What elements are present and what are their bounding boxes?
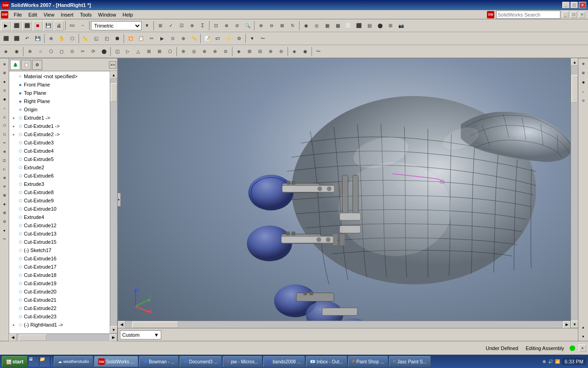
tb-grid[interactable]: ⊞ — [155, 21, 165, 31]
tree-item-cut-extrude2[interactable]: ▸ ⬡ Cut-Extrude2 -> — [9, 130, 110, 138]
menu-edit[interactable]: Edit — [26, 12, 40, 18]
tb2-move[interactable]: ✋ — [57, 34, 67, 44]
vscroll-down-btn[interactable]: ▼ — [571, 321, 578, 328]
tree-item-front-plane[interactable]: ◈ Front Plane — [9, 80, 110, 89]
tree-item-cut-extrude13[interactable]: ⬡ Cut-Extrude13 — [9, 230, 110, 238]
tree-item-cut-extrude22[interactable]: ⬡ Cut-Extrude22 — [9, 304, 110, 312]
close-sw-button[interactable]: × — [579, 12, 585, 18]
menu-help[interactable]: Help — [120, 12, 136, 18]
tb3-28[interactable]: ◉ — [300, 46, 310, 57]
left-icon-5[interactable]: ◉ — [0, 95, 9, 104]
taskbar-jasc[interactable]: P Jasc Paint S... — [389, 356, 431, 367]
tb3-12[interactable]: ▷ — [123, 46, 133, 57]
quicklaunch-2[interactable]: 📁 — [40, 356, 50, 367]
right-panel-btn1[interactable]: ⊕ — [579, 60, 588, 68]
tb-section[interactable]: ⊞ — [385, 21, 396, 31]
tb-view3[interactable]: ⊘ — [232, 21, 242, 31]
tb-camera[interactable]: 📷 — [396, 21, 406, 31]
tb3-25[interactable]: ⊕ — [266, 46, 276, 57]
tree-item-cut-extrude23[interactable]: ⬡ Cut-Extrude23 — [9, 312, 110, 321]
tb2-cust[interactable]: ⚙ — [234, 34, 244, 44]
menu-window[interactable]: Window — [96, 12, 119, 18]
tb2-2[interactable]: ⬛ — [11, 34, 22, 44]
tb2-note[interactable]: 📝 — [202, 34, 212, 44]
tb3-16[interactable]: ⬡ — [165, 46, 175, 57]
tray-icon-3[interactable]: 📶 — [555, 359, 560, 364]
start-button[interactable]: 🪟 start — [2, 356, 28, 367]
tb3-22[interactable]: ◈ — [234, 46, 244, 57]
tree-item-cut-extrude12[interactable]: ⬡ Cut-Extrude12 — [9, 221, 110, 230]
left-icon-11[interactable]: ⊕ — [0, 148, 9, 156]
left-icon-18[interactable]: ⊞ — [0, 209, 9, 217]
view-selector[interactable]: Trimetric Isometric Front — [91, 21, 141, 30]
tb3-29[interactable]: 〜 — [313, 46, 323, 57]
hscroll-track[interactable] — [17, 334, 110, 341]
menu-insert[interactable]: Insert — [58, 12, 76, 18]
tb3-5[interactable]: ⬡ — [46, 46, 56, 57]
hscroll-viewport-track[interactable] — [125, 321, 563, 328]
tb3-7[interactable]: ⊙ — [67, 46, 77, 57]
vscroll-viewport-track[interactable] — [571, 66, 578, 321]
left-icon-14[interactable]: ⊗ — [0, 174, 9, 182]
tb-sum[interactable]: Σ — [198, 21, 208, 31]
tree-item-cut-extrude15[interactable]: ⬡ Cut-Extrude15 — [9, 238, 110, 246]
tb2-curv[interactable]: 〜 — [258, 34, 268, 44]
tb3-13[interactable]: △ — [133, 46, 143, 57]
tb3-11[interactable]: ◫ — [112, 46, 122, 57]
tb-display5[interactable]: ⬜ — [343, 21, 353, 31]
tb2-save[interactable]: 💾 — [33, 34, 43, 44]
close-status-btn[interactable]: × — [579, 345, 586, 352]
tb3-15[interactable]: ⊠ — [154, 46, 164, 57]
scroll-down-button[interactable]: ▼ — [110, 326, 118, 334]
maximize-button[interactable]: □ — [571, 2, 578, 8]
tb-display4[interactable]: ▩ — [333, 21, 343, 31]
restore-sw-button[interactable]: □ — [571, 12, 577, 18]
minimize-button[interactable]: _ — [562, 2, 570, 8]
left-icon-10[interactable]: ✂ — [0, 139, 9, 147]
tb-view4[interactable]: 🔍 — [243, 21, 253, 31]
tb-zoom-fit[interactable]: ⊠ — [277, 21, 287, 31]
tree-item-material[interactable]: ≡ Material <not specified> — [9, 72, 110, 80]
tb3-4[interactable]: ○ — [35, 46, 45, 57]
tb2-smart[interactable]: 📐 — [80, 34, 90, 44]
tb2-anot[interactable]: 🏷 — [213, 34, 223, 44]
taskbar-bowman[interactable]: W Bowman - ... — [139, 356, 179, 367]
hscroll-right-btn[interactable]: ▶ — [563, 321, 571, 328]
tb3-21[interactable]: ⊘ — [220, 46, 231, 57]
tb2-bom[interactable]: 📋 — [136, 34, 146, 44]
tb3-14[interactable]: ⊞ — [144, 46, 154, 57]
left-icon-2[interactable]: ⊞ — [0, 69, 9, 77]
tree-item-righthand1[interactable]: ▸ ⬡ (-) RightHand1 -> — [9, 321, 110, 329]
vscroll-up-btn[interactable]: ▲ — [571, 58, 578, 66]
left-icon-6[interactable]: ○ — [0, 104, 9, 112]
left-icon-7[interactable]: △ — [0, 113, 9, 121]
tb-rotate[interactable]: ↻ — [288, 21, 298, 31]
tb2-undo[interactable]: ↶ — [22, 34, 32, 44]
left-icon-3[interactable]: ◈ — [0, 78, 9, 86]
left-icon-12[interactable]: ◫ — [0, 156, 9, 165]
tb3-18[interactable]: ◎ — [189, 46, 199, 57]
tb3-24[interactable]: ⊟ — [255, 46, 265, 57]
tb-display2[interactable]: ◎ — [311, 21, 322, 31]
left-icon-20[interactable]: ▼ — [0, 226, 9, 235]
tree-item-extrude3[interactable]: ⬡ Extrude3 — [9, 180, 110, 188]
tb-zoom-in[interactable]: ⊕ — [256, 21, 266, 31]
tree-item-extrude1[interactable]: ▸ ⬡ Extrude1 -> — [9, 114, 110, 122]
tb3-20[interactable]: ⊕ — [210, 46, 220, 57]
tree-item-cut-extrude17[interactable]: ⬡ Cut-Extrude17 — [9, 263, 110, 271]
tb-display1[interactable]: ◉ — [301, 21, 311, 31]
stop-button[interactable]: ⬛ — [11, 21, 22, 31]
tree-item-cut-extrude9[interactable]: ⬡ Cut-Extrude9 — [9, 196, 110, 205]
stop2-button[interactable]: ⬛ — [22, 21, 32, 31]
scroll-track[interactable] — [110, 79, 118, 326]
tb3-10[interactable]: ⬤ — [99, 46, 109, 57]
tb-view1[interactable]: ⊡ — [211, 21, 221, 31]
tree-item-cut-extrude21[interactable]: ⬡ Cut-Extrude21 — [9, 296, 110, 304]
tb2-sect[interactable]: ✂ — [147, 34, 157, 44]
left-icon-19[interactable]: ⊟ — [0, 218, 9, 226]
tb-check2[interactable]: ☑ — [176, 21, 187, 31]
tb3-19[interactable]: ⊗ — [199, 46, 209, 57]
tb-display8[interactable]: ⬤ — [375, 21, 385, 31]
taskbar-inbox[interactable]: 📧 Inbox - Out... — [306, 356, 347, 367]
tb2-hole[interactable]: ⊙ — [168, 34, 178, 44]
